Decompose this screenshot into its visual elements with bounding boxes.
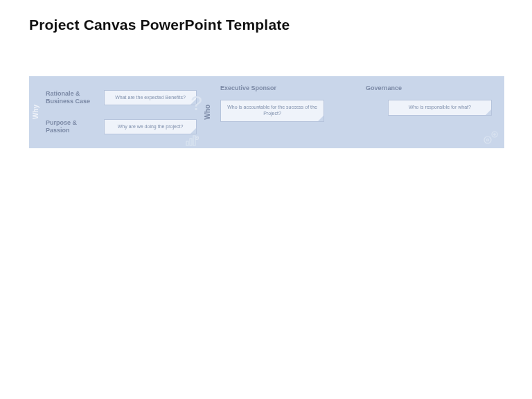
note-benefits: What are the expected Benefits?: [104, 90, 197, 106]
bar-chart-icon: [186, 134, 200, 147]
svg-rect-1: [190, 139, 192, 145]
label-purpose: Purpose & Passion: [46, 119, 101, 134]
page-title: Project Canvas PowerPoint Template: [29, 17, 290, 33]
label-rationale: Rationale & Business Case: [46, 90, 101, 105]
why-labels-column: Rationale & Business Case Purpose & Pass…: [42, 76, 104, 148]
col-governance: Governance Who is responsible for what?: [359, 76, 504, 148]
slide-page: Project Canvas PowerPoint Template Why R…: [0, 0, 532, 399]
canvas-band: Why Rationale & Business Case Purpose & …: [29, 76, 504, 148]
header-governance: Governance: [366, 85, 497, 91]
note-accountable: Who is accountable for the success of th…: [220, 100, 324, 122]
svg-point-3: [195, 136, 199, 140]
tab-why-label: Why: [32, 105, 39, 119]
note-purpose: Why are we doing the project?: [104, 119, 197, 135]
svg-rect-2: [193, 136, 195, 145]
col-executive-sponsor: Executive Sponsor Who is accountable for…: [213, 76, 359, 148]
why-notes-column: What are the expected Benefits? Why are …: [104, 76, 201, 148]
tab-why: Why: [29, 76, 42, 148]
svg-rect-0: [186, 141, 188, 145]
who-column: Executive Sponsor Who is accountable for…: [213, 76, 504, 148]
tab-who: Who: [201, 76, 213, 148]
note-responsible: Who is responsible for what?: [388, 100, 492, 116]
header-executive-sponsor: Executive Sponsor: [220, 85, 352, 91]
tab-who-label: Who: [204, 105, 211, 120]
